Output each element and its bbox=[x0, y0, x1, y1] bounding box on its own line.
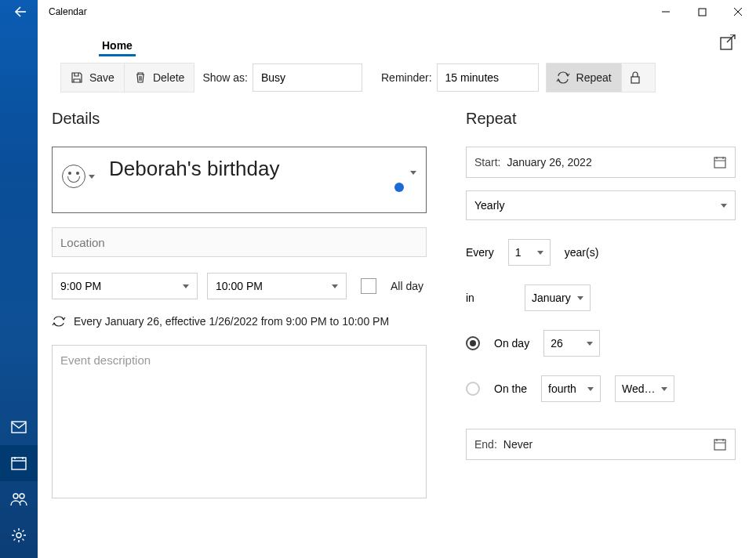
nav-rail bbox=[0, 0, 38, 558]
people-nav-icon[interactable] bbox=[0, 481, 38, 517]
chevron-down-icon bbox=[587, 342, 593, 346]
emoji-face-icon bbox=[62, 165, 85, 188]
save-label: Save bbox=[89, 71, 114, 84]
in-label: in bbox=[466, 292, 474, 304]
month-value: January bbox=[532, 292, 571, 304]
chevron-down-icon bbox=[721, 204, 727, 208]
toolbar: Save Delete Show as: Busy Reminder: 15 m… bbox=[38, 60, 756, 96]
reminder-select[interactable]: 15 minutes bbox=[437, 63, 539, 92]
calendar-color-dot[interactable] bbox=[394, 183, 404, 192]
close-button[interactable] bbox=[720, 0, 756, 24]
save-button[interactable]: Save bbox=[60, 63, 125, 92]
repeat-label: Repeat bbox=[576, 71, 612, 84]
repeat-heading: Repeat bbox=[466, 110, 736, 128]
emoji-picker[interactable] bbox=[62, 165, 95, 188]
every-label: Every bbox=[466, 246, 494, 259]
description-input[interactable]: Event description bbox=[52, 345, 427, 498]
svg-point-4 bbox=[16, 533, 21, 538]
on-the-label: On the bbox=[494, 382, 527, 395]
on-day-label: On day bbox=[494, 337, 529, 350]
settings-nav-icon[interactable] bbox=[0, 517, 38, 553]
recurrence-text: Every January 26, effective 1/26/2022 fr… bbox=[74, 315, 389, 328]
all-day-checkbox[interactable] bbox=[361, 278, 376, 294]
title-bar: Calendar bbox=[38, 0, 756, 24]
calendar-icon bbox=[713, 437, 727, 451]
reminder-value: 15 minutes bbox=[445, 71, 499, 84]
back-button[interactable] bbox=[0, 0, 38, 24]
repeat-start-field[interactable]: Start: January 26, 2022 bbox=[466, 147, 736, 178]
on-the-radio[interactable] bbox=[466, 382, 480, 396]
mail-nav-icon[interactable] bbox=[0, 409, 38, 445]
chevron-down-icon bbox=[183, 284, 189, 288]
location-placeholder: Location bbox=[60, 236, 105, 249]
description-placeholder: Event description bbox=[60, 353, 151, 367]
repeat-end-value: Never bbox=[503, 438, 532, 451]
every-value: 1 bbox=[515, 246, 522, 259]
chevron-down-icon bbox=[661, 387, 667, 391]
location-input[interactable]: Location bbox=[52, 227, 427, 257]
delete-button[interactable]: Delete bbox=[124, 63, 194, 92]
month-select[interactable]: January bbox=[525, 284, 591, 311]
tab-underline bbox=[99, 54, 136, 56]
tab-home[interactable]: Home bbox=[99, 34, 136, 60]
event-title-input[interactable]: Deborah's birthday bbox=[109, 157, 279, 181]
repeat-button[interactable]: Repeat bbox=[546, 63, 622, 92]
private-button[interactable] bbox=[621, 63, 656, 92]
details-heading: Details bbox=[52, 110, 427, 128]
minimize-button[interactable] bbox=[648, 0, 684, 24]
popout-button[interactable] bbox=[720, 34, 736, 53]
chevron-down-icon bbox=[410, 171, 416, 175]
svg-point-3 bbox=[20, 494, 24, 498]
svg-rect-0 bbox=[12, 422, 26, 433]
repeat-start-label: Start: bbox=[474, 156, 500, 168]
svg-rect-8 bbox=[714, 158, 725, 168]
event-title-card: Deborah's birthday bbox=[52, 147, 427, 213]
chevron-down-icon bbox=[332, 284, 338, 288]
repeat-end-label: End: bbox=[474, 438, 497, 451]
chevron-down-icon bbox=[89, 175, 95, 179]
repeat-start-value: January 26, 2022 bbox=[507, 156, 591, 168]
repeat-end-field[interactable]: End: Never bbox=[466, 429, 736, 460]
ordinal-select[interactable]: fourth bbox=[541, 375, 601, 402]
chevron-down-icon bbox=[577, 296, 583, 300]
years-label: year(s) bbox=[565, 246, 599, 259]
show-as-value: Busy bbox=[261, 71, 285, 84]
day-number-value: 26 bbox=[551, 337, 563, 350]
recurrence-summary: Every January 26, effective 1/26/2022 fr… bbox=[52, 315, 427, 328]
svg-rect-7 bbox=[631, 77, 639, 83]
show-as-select[interactable]: Busy bbox=[253, 63, 362, 92]
svg-rect-9 bbox=[714, 440, 725, 450]
maximize-button[interactable] bbox=[684, 0, 720, 24]
repeat-icon bbox=[52, 316, 66, 327]
svg-rect-1 bbox=[12, 458, 26, 469]
show-as-label: Show as: bbox=[202, 71, 248, 84]
chevron-down-icon bbox=[587, 387, 594, 391]
delete-label: Delete bbox=[153, 71, 184, 84]
window-title: Calendar bbox=[38, 6, 87, 17]
start-time-select[interactable]: 9:00 PM bbox=[52, 273, 198, 299]
on-day-radio[interactable] bbox=[466, 336, 480, 350]
calendar-nav-icon[interactable] bbox=[0, 445, 38, 481]
all-day-label: All day bbox=[391, 280, 423, 292]
ordinal-value: fourth bbox=[548, 382, 576, 395]
start-time-value: 9:00 PM bbox=[60, 280, 101, 292]
repeat-pattern-select[interactable]: Yearly bbox=[466, 190, 736, 220]
repeat-pattern-value: Yearly bbox=[474, 199, 504, 212]
end-time-select[interactable]: 10:00 PM bbox=[207, 273, 347, 299]
reminder-label: Reminder: bbox=[381, 71, 432, 84]
ribbon-tabs: Home bbox=[38, 24, 756, 60]
end-time-value: 10:00 PM bbox=[216, 280, 263, 292]
weekday-value: Wed… bbox=[622, 382, 656, 395]
weekday-select[interactable]: Wed… bbox=[615, 375, 674, 402]
calendar-icon bbox=[713, 155, 727, 169]
tab-home-label: Home bbox=[102, 39, 133, 52]
svg-rect-5 bbox=[699, 9, 706, 16]
every-interval-select[interactable]: 1 bbox=[508, 239, 551, 266]
day-number-select[interactable]: 26 bbox=[543, 330, 600, 357]
chevron-down-icon bbox=[537, 251, 543, 255]
svg-point-2 bbox=[13, 494, 18, 498]
